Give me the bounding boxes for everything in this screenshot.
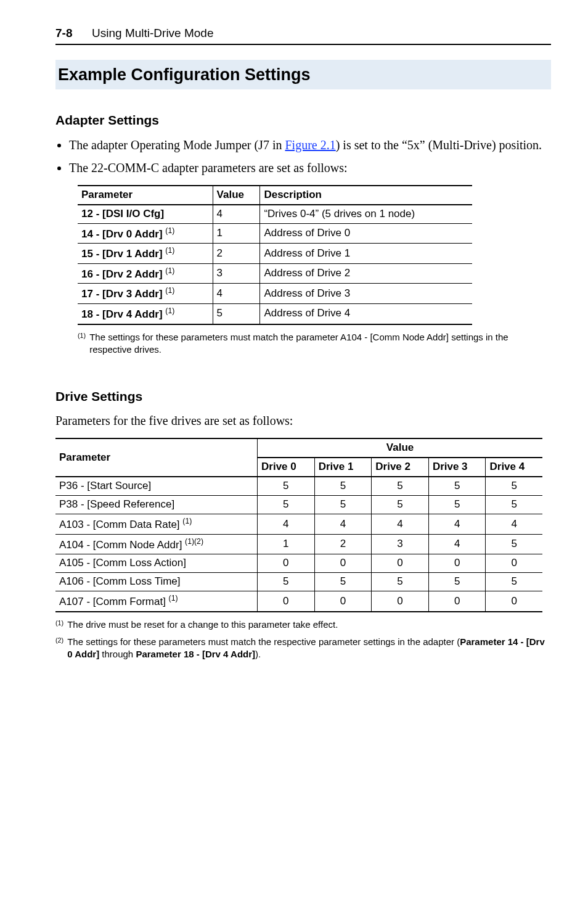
adapter-bullet-2: The 22-COMM-C adapter parameters are set…	[69, 160, 551, 176]
adapter-settings-heading: Adapter Settings	[55, 112, 551, 129]
adapter-th-parameter: Parameter	[78, 186, 213, 205]
value-cell: 5	[258, 496, 315, 514]
value-cell: 5	[372, 573, 429, 591]
param-cell: A104 - [Comm Node Addr] (1)(2)	[55, 534, 258, 554]
param-cell: 12 - [DSI I/O Cfg]	[78, 205, 213, 223]
table-row: A103 - [Comm Data Rate] (1)44444	[55, 514, 542, 535]
page-header: 7-8 Using Multi-Drive Mode	[55, 25, 551, 45]
param-cell: A107 - [Comm Format] (1)	[55, 591, 258, 612]
page-title: Example Configuration Settings	[55, 60, 551, 89]
figure-link[interactable]: Figure 2.1	[285, 138, 335, 152]
value-cell: 4	[428, 534, 486, 554]
drive-table: Parameter Value Drive 0 Drive 1 Drive 2 …	[55, 438, 542, 612]
value-cell: 0	[314, 554, 372, 573]
value-cell: 0	[486, 591, 542, 612]
value-cell: 0	[258, 591, 315, 612]
desc-cell: Address of Drive 0	[260, 223, 472, 244]
desc-cell: Address of Drive 3	[260, 284, 472, 304]
value-cell: 0	[258, 554, 315, 573]
param-cell: A103 - [Comm Data Rate] (1)	[55, 514, 258, 535]
value-cell: 1	[213, 223, 260, 244]
desc-cell: “Drives 0-4” (5 drives on 1 node)	[260, 205, 472, 223]
value-cell: 0	[372, 591, 429, 612]
value-cell: 4	[258, 514, 315, 535]
value-cell: 5	[486, 534, 542, 554]
value-cell: 4	[314, 514, 372, 535]
value-cell: 2	[314, 534, 372, 554]
table-row: A106 - [Comm Loss Time]55555	[55, 573, 542, 591]
table-row: 18 - [Drv 4 Addr] (1)5Address of Drive 4	[78, 304, 472, 324]
value-cell: 0	[314, 591, 372, 612]
desc-cell: Address of Drive 2	[260, 263, 472, 284]
desc-cell: Address of Drive 4	[260, 304, 472, 324]
value-cell: 0	[486, 554, 542, 573]
drive-footnote-2: (2) The settings for these parameters mu…	[55, 636, 551, 661]
table-row: 17 - [Drv 3 Addr] (1)4Address of Drive 3	[78, 284, 472, 304]
value-cell: 3	[372, 534, 429, 554]
drive-th-d1: Drive 1	[314, 458, 372, 477]
drive-settings-heading: Drive Settings	[55, 388, 551, 405]
drive-th-d3: Drive 3	[428, 458, 486, 477]
value-cell: 1	[258, 534, 315, 554]
param-cell: 14 - [Drv 0 Addr] (1)	[78, 223, 213, 244]
table-row: A107 - [Comm Format] (1)00000	[55, 591, 542, 612]
drive-th-parameter: Parameter	[55, 438, 258, 477]
value-cell: 5	[428, 496, 486, 514]
table-row: A105 - [Comm Loss Action]00000	[55, 554, 542, 573]
table-row: P36 - [Start Source]55555	[55, 477, 542, 495]
value-cell: 5	[486, 477, 542, 495]
param-cell: P38 - [Speed Reference]	[55, 496, 258, 514]
page-number: 7-8	[55, 27, 72, 39]
adapter-th-value: Value	[213, 186, 260, 205]
drive-th-d2: Drive 2	[372, 458, 429, 477]
value-cell: 5	[258, 573, 315, 591]
breadcrumb: Using Multi-Drive Mode	[92, 27, 213, 39]
value-cell: 5	[372, 477, 429, 495]
value-cell: 4	[428, 514, 486, 535]
param-cell: A105 - [Comm Loss Action]	[55, 554, 258, 573]
value-cell: 5	[428, 477, 486, 495]
drive-th-value: Value	[258, 438, 542, 458]
value-cell: 3	[213, 263, 260, 284]
table-row: 16 - [Drv 2 Addr] (1)3Address of Drive 2	[78, 263, 472, 284]
desc-cell: Address of Drive 1	[260, 244, 472, 264]
table-row: 14 - [Drv 0 Addr] (1)1Address of Drive 0	[78, 223, 472, 244]
adapter-th-description: Description	[260, 186, 472, 205]
value-cell: 5	[372, 496, 429, 514]
value-cell: 5	[314, 496, 372, 514]
param-cell: 17 - [Drv 3 Addr] (1)	[78, 284, 213, 304]
value-cell: 4	[372, 514, 429, 535]
value-cell: 5	[314, 573, 372, 591]
value-cell: 0	[428, 591, 486, 612]
table-row: A104 - [Comm Node Addr] (1)(2)12345	[55, 534, 542, 554]
param-cell: 18 - [Drv 4 Addr] (1)	[78, 304, 213, 324]
value-cell: 2	[213, 244, 260, 264]
drive-th-d0: Drive 0	[258, 458, 315, 477]
value-cell: 5	[486, 573, 542, 591]
value-cell: 4	[486, 514, 542, 535]
value-cell: 4	[213, 205, 260, 223]
param-cell: P36 - [Start Source]	[55, 477, 258, 495]
adapter-footnote-1: (1) The settings for these parameters mu…	[78, 331, 551, 356]
table-row: 15 - [Drv 1 Addr] (1)2Address of Drive 1	[78, 244, 472, 264]
param-cell: 16 - [Drv 2 Addr] (1)	[78, 263, 213, 284]
drive-th-d4: Drive 4	[486, 458, 542, 477]
drive-footnote-1: (1) The drive must be reset for a change…	[55, 619, 551, 631]
adapter-bullets: The adapter Operating Mode Jumper (J7 in…	[55, 137, 551, 176]
table-row: P38 - [Speed Reference]55555	[55, 496, 542, 514]
value-cell: 4	[213, 284, 260, 304]
drive-intro: Parameters for the five drives are set a…	[55, 413, 551, 429]
value-cell: 5	[428, 573, 486, 591]
value-cell: 0	[428, 554, 486, 573]
value-cell: 5	[258, 477, 315, 495]
value-cell: 5	[486, 496, 542, 514]
table-row: 12 - [DSI I/O Cfg]4“Drives 0-4” (5 drive…	[78, 205, 472, 223]
adapter-table: Parameter Value Description 12 - [DSI I/…	[78, 185, 472, 325]
adapter-bullet-1: The adapter Operating Mode Jumper (J7 in…	[69, 137, 551, 154]
value-cell: 5	[213, 304, 260, 324]
value-cell: 0	[372, 554, 429, 573]
param-cell: A106 - [Comm Loss Time]	[55, 573, 258, 591]
value-cell: 5	[314, 477, 372, 495]
param-cell: 15 - [Drv 1 Addr] (1)	[78, 244, 213, 264]
